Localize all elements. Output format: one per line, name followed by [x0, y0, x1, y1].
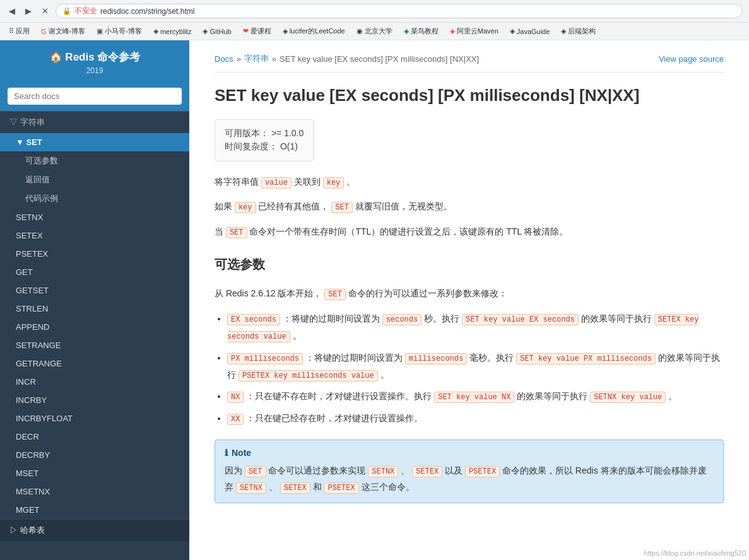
reload-button[interactable]: ✕	[39, 6, 50, 17]
sidebar-item-getrange[interactable]: GETRANGE	[0, 354, 189, 373]
note-set-code: SET	[245, 466, 266, 477]
meta-box: 可用版本： >= 1.0.0 时间复杂度： O(1)	[215, 119, 314, 161]
optional-intro: 从 Redis 2.6.12 版本开始， SET 命令的行为可以通过一系列参数来…	[215, 286, 724, 302]
list-item-px: PX milliseconds ：将键的过期时间设置为 milliseconds…	[227, 349, 724, 383]
aike-icon: ❤	[243, 27, 249, 35]
sidebar-item-mset[interactable]: MSET	[0, 464, 189, 482]
setnx-code: SETNX key value	[590, 392, 666, 403]
breadcrumb-strings[interactable]: 字符串	[244, 53, 269, 64]
bookmark-runoob[interactable]: ◈ 菜鸟教程	[401, 26, 441, 37]
sidebar-category-hash[interactable]: ▷ 哈希表	[0, 519, 189, 541]
sidebar-item-set[interactable]: ▼ SET	[0, 133, 189, 151]
breadcrumb-sep2: »	[272, 54, 276, 64]
sidebar-search-wrap	[0, 81, 189, 111]
list-item-ex: EX seconds ：将键的过期时间设置为 seconds 秒。执行 SET …	[227, 310, 724, 344]
desc-paragraph-2: 如果 key 已经持有其他值， SET 就覆写旧值，无视类型。	[215, 199, 724, 215]
complexity-label: 时间复杂度：	[225, 141, 278, 151]
bookmark-aike[interactable]: ❤ 爱课程	[240, 26, 274, 37]
meta-version: 可用版本： >= 1.0.0	[225, 128, 304, 139]
browser-bar: ◀ ▶ ✕ 🔒 不安全 redisdoc.com/string/set.html	[0, 0, 749, 23]
sidebar-item-append[interactable]: APPEND	[0, 318, 189, 336]
version-value: >= 1.0.0	[271, 128, 304, 138]
sidebar-item-get[interactable]: GET	[0, 263, 189, 281]
view-source-link[interactable]: View page source	[659, 54, 724, 64]
sidebar-item-getset[interactable]: GETSET	[0, 281, 189, 300]
sidebar-year: 2019	[6, 66, 183, 75]
sidebar-item-setex[interactable]: SETEX	[0, 226, 189, 245]
github-icon: ◈	[203, 27, 208, 35]
sidebar-nav: ▽ 字符串 ▼ SET 可选参数 返回值 代码示例 SETNX SETEX	[0, 111, 189, 560]
backend-icon: ◈	[561, 27, 566, 35]
sidebar-item-strlen[interactable]: STRLEN	[0, 300, 189, 318]
breadcrumb: Docs » 字符串 » SET key value [EX seconds] …	[215, 53, 724, 73]
bookmark-lucifer[interactable]: ◈ lucifer的LeetCode	[280, 26, 348, 37]
bookmark-xwf[interactable]: G 谢文峰-博客	[38, 26, 88, 37]
runoob-icon: ◈	[404, 27, 409, 35]
sidebar-item-mget[interactable]: MGET	[0, 501, 189, 519]
bookmark-backend[interactable]: ◈ 后端架构	[558, 26, 598, 37]
back-button[interactable]: ◀	[6, 6, 18, 17]
note-title: Note	[232, 448, 251, 458]
set-key-value-px-code: SET key value PX milliseconds	[516, 353, 656, 365]
mercy-icon: ◈	[153, 27, 158, 35]
version-label: 可用版本：	[225, 128, 269, 138]
sidebar-subitem-optional[interactable]: 可选参数	[0, 151, 189, 170]
list-item-nx: NX ：只在键不存在时，才对键进行设置操作。执行 SET key value N…	[227, 388, 724, 405]
sidebar-subitem-return[interactable]: 返回值	[0, 170, 189, 189]
breadcrumb-docs[interactable]: Docs	[215, 54, 233, 64]
security-label: 不安全	[74, 6, 97, 16]
breadcrumb-current: SET key value [EX seconds] [PX milliseco…	[280, 54, 479, 64]
set-key-value-ex-code: SET key value EX seconds	[462, 314, 579, 325]
bookmark-apps[interactable]: ⠿ 应用	[6, 26, 32, 37]
optional-section-title: 可选参数	[215, 256, 724, 276]
bookmarks-bar: ⠿ 应用 G 谢文峰-博客 ▣ 小马哥-博客 ◈ mercyblitz ◈ Gi…	[0, 23, 749, 40]
forward-button[interactable]: ▶	[23, 6, 34, 17]
sidebar-section-strings[interactable]: ▽ 字符串	[0, 111, 189, 133]
lucifer-icon: ◈	[283, 27, 288, 35]
set-code-2: SET	[226, 227, 247, 238]
milliseconds-code: milliseconds	[405, 353, 467, 365]
px-code: PX milliseconds	[227, 353, 303, 365]
url-text: redisdoc.com/string/set.html	[100, 7, 194, 16]
sidebar-item-setrange[interactable]: SETRANGE	[0, 336, 189, 354]
note-psetex-code: PSETEX	[465, 466, 500, 477]
sidebar-item-setnx[interactable]: SETNX	[0, 208, 189, 226]
note-setnx-code: SETNX	[368, 466, 398, 477]
search-input[interactable]	[8, 88, 182, 105]
sidebar-item-incrby[interactable]: INCRBY	[0, 391, 189, 409]
set-code-1: SET	[331, 202, 353, 213]
page-title: SET key value [EX seconds] [PX milliseco…	[215, 85, 724, 107]
note-box: ℹ Note 因为 SET 命令可以通过参数来实现 SETNX 、 SETEX …	[215, 440, 724, 503]
set-expand-icon: ▼	[16, 137, 26, 147]
bookmark-aliyun[interactable]: ◈ 阿里云Maven	[447, 26, 501, 37]
bookmark-github[interactable]: ◈ GitHub	[200, 26, 233, 36]
complexity-value: O(1)	[280, 141, 298, 151]
note-header: ℹ Note	[225, 448, 714, 458]
address-bar[interactable]: 🔒 不安全 redisdoc.com/string/set.html	[56, 4, 743, 18]
desc-paragraph-1: 将字符串值 value 关联到 key 。	[215, 174, 724, 190]
sidebar-item-decrby[interactable]: DECRBY	[0, 446, 189, 464]
bookmark-xmg[interactable]: ▣ 小马哥-博客	[94, 26, 144, 37]
info-icon: ℹ	[225, 448, 228, 458]
sidebar-subitem-example[interactable]: 代码示例	[0, 189, 189, 208]
bookmark-mercy[interactable]: ◈ mercyblitz	[151, 26, 194, 36]
bookmark-javaguide[interactable]: ◈ JavaGuide	[507, 26, 553, 36]
breadcrumb-sep1: »	[237, 54, 241, 64]
sidebar-item-psetex[interactable]: PSETEX	[0, 245, 189, 263]
main-layout: 🏠 Redis 命令参考 2019 ▽ 字符串 ▼ SET 可选参数 返回值 代…	[0, 40, 749, 560]
sidebar-item-incr[interactable]: INCR	[0, 373, 189, 391]
sidebar-item-msetnx[interactable]: MSETNX	[0, 482, 189, 501]
note-psetex2-code: PSETEX	[324, 482, 358, 494]
watermark: https://blog.csdn.net/xiaofeng520	[644, 549, 746, 557]
desc-paragraph-3: 当 SET 命令对一个带有生存时间（TTL）的键进行设置之后，该键原有的 TTL…	[215, 224, 724, 240]
sidebar-title: 🏠 Redis 命令参考	[6, 50, 183, 64]
note-setex2-code: SETEX	[280, 482, 310, 494]
hash-arrow: ▷	[9, 525, 20, 535]
sidebar-item-decr[interactable]: DECR	[0, 428, 189, 446]
set-code-3: SET	[324, 289, 346, 300]
sidebar-header: 🏠 Redis 命令参考 2019	[0, 40, 189, 81]
set-key-value-nx-code: SET key value NX	[434, 392, 514, 403]
bookmark-pku[interactable]: ◉ 北京大学	[354, 26, 395, 37]
sidebar-item-incrbyfloat[interactable]: INCRBYFLOAT	[0, 409, 189, 428]
note-body: 因为 SET 命令可以通过参数来实现 SETNX 、 SETEX 以及 PSET…	[225, 463, 714, 495]
